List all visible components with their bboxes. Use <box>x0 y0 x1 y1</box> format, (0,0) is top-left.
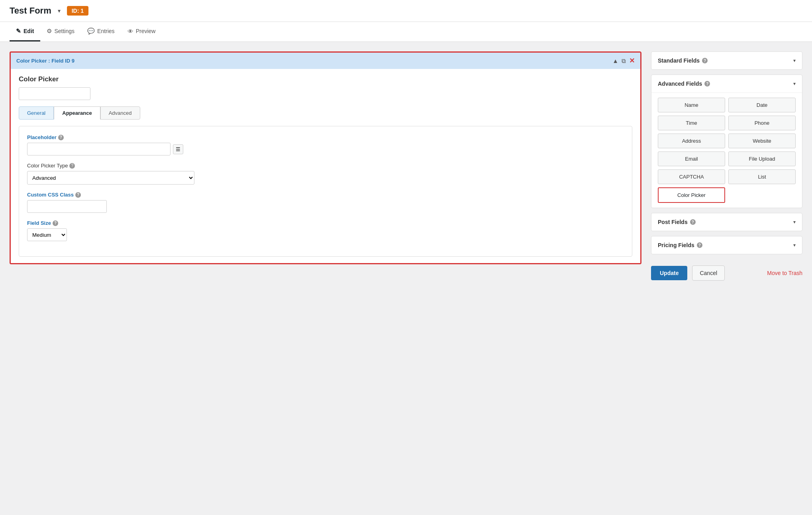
color-picker-type-group: Color Picker Type ? Advanced Simple <box>27 163 624 185</box>
field-size-label: Field Size ? <box>27 220 624 226</box>
advanced-fields-chevron: ▾ <box>793 81 796 86</box>
tab-advanced[interactable]: Advanced <box>100 106 140 120</box>
advanced-fields-title: Advanced Fields ? <box>658 81 710 87</box>
field-btn-address[interactable]: Address <box>658 134 725 148</box>
tab-edit-label: Edit <box>24 28 34 34</box>
field-btn-color-picker[interactable]: Color Picker <box>658 187 725 203</box>
form-id-badge: ID: 1 <box>67 6 88 16</box>
placeholder-input[interactable] <box>27 143 171 155</box>
pricing-fields-help-icon[interactable]: ? <box>697 242 702 248</box>
tab-general-label: General <box>27 110 45 116</box>
field-preview-input[interactable] <box>19 87 90 100</box>
advanced-fields-header[interactable]: Advanced Fields ? ▾ <box>651 75 802 93</box>
main-content: Color Picker : Field ID 9 ▲ ⧉ ✕ Color Pi… <box>0 42 812 509</box>
tab-entries[interactable]: 💬 Entries <box>81 22 121 41</box>
nav-tabs: ✎ Edit ⚙ Settings 💬 Entries 👁 Preview <box>0 22 812 42</box>
post-fields-chevron: ▾ <box>793 219 796 225</box>
tab-general[interactable]: General <box>19 106 54 120</box>
field-btn-date[interactable]: Date <box>728 98 796 112</box>
color-picker-type-help-icon[interactable]: ? <box>69 163 75 169</box>
field-card-header: Color Picker : Field ID 9 ▲ ⧉ ✕ <box>11 53 640 69</box>
placeholder-group: Placeholder ? ☰ <box>27 134 624 155</box>
tab-entries-label: Entries <box>97 28 115 34</box>
field-btn-phone[interactable]: Phone <box>728 116 796 130</box>
css-class-group: Custom CSS Class ? <box>27 192 624 213</box>
tab-settings-label: Settings <box>54 28 75 34</box>
appearance-panel: Placeholder ? ☰ Color Picker Type ? <box>19 126 632 257</box>
css-class-input[interactable] <box>27 200 107 213</box>
duplicate-icon[interactable]: ⧉ <box>622 57 626 65</box>
post-fields-header[interactable]: Post Fields ? ▾ <box>651 213 802 231</box>
editor-area: Color Picker : Field ID 9 ▲ ⧉ ✕ Color Pi… <box>10 51 641 499</box>
advanced-fields-grid: Name Date Time Phone Address Website Ema… <box>651 93 802 208</box>
close-icon[interactable]: ✕ <box>629 57 635 65</box>
field-btn-captcha[interactable]: CAPTCHA <box>658 169 725 184</box>
entries-icon: 💬 <box>87 28 95 35</box>
field-btn-email[interactable]: Email <box>658 151 725 166</box>
tab-preview[interactable]: 👁 Preview <box>121 22 162 41</box>
collapse-icon[interactable]: ▲ <box>612 57 618 64</box>
standard-fields-chevron: ▾ <box>793 58 796 63</box>
field-card-title: Color Picker : Field ID 9 <box>16 58 75 64</box>
merge-tags-button[interactable]: ☰ <box>173 144 183 154</box>
field-card: Color Picker : Field ID 9 ▲ ⧉ ✕ Color Pi… <box>10 51 641 264</box>
tab-appearance-label: Appearance <box>62 110 92 116</box>
tab-appearance[interactable]: Appearance <box>54 106 100 120</box>
color-picker-type-label: Color Picker Type ? <box>27 163 624 169</box>
post-fields-help-icon[interactable]: ? <box>690 219 696 225</box>
field-size-select[interactable]: Small Medium Large <box>27 228 67 241</box>
move-to-trash-button[interactable]: Move to Trash <box>767 270 802 276</box>
field-card-body: Color Picker General Appearance Advanced <box>11 69 640 263</box>
placeholder-help-icon[interactable]: ? <box>58 135 64 140</box>
field-size-help-icon[interactable]: ? <box>53 220 58 226</box>
section-advanced-fields: Advanced Fields ? ▾ Name Date Time Phone… <box>651 75 802 208</box>
section-standard-fields: Standard Fields ? ▾ <box>651 51 802 70</box>
field-card-actions: ▲ ⧉ ✕ <box>612 57 635 65</box>
standard-fields-help-icon[interactable]: ? <box>702 58 708 63</box>
field-tabs: General Appearance Advanced <box>19 106 632 120</box>
tab-advanced-label: Advanced <box>109 110 132 116</box>
placeholder-row: ☰ <box>27 143 624 155</box>
field-label: Color Picker <box>19 75 632 83</box>
field-size-group: Field Size ? Small Medium Large <box>27 220 624 241</box>
preview-icon: 👁 <box>127 28 133 35</box>
field-btn-file-upload[interactable]: File Upload <box>728 151 796 166</box>
pricing-fields-header[interactable]: Pricing Fields ? ▾ <box>651 236 802 254</box>
standard-fields-header[interactable]: Standard Fields ? ▾ <box>651 52 802 69</box>
settings-icon: ⚙ <box>47 28 52 35</box>
field-btn-list[interactable]: List <box>728 169 796 184</box>
tab-preview-label: Preview <box>136 28 156 34</box>
css-class-help-icon[interactable]: ? <box>75 192 81 198</box>
form-title-chevron[interactable]: ▾ <box>58 8 61 14</box>
standard-fields-title: Standard Fields ? <box>658 57 708 64</box>
placeholder-label: Placeholder ? <box>27 134 624 140</box>
right-sidebar: Standard Fields ? ▾ Advanced Fields ? ▾ … <box>651 51 802 499</box>
update-button[interactable]: Update <box>651 266 687 280</box>
post-fields-title: Post Fields ? <box>658 219 696 225</box>
pricing-fields-chevron: ▾ <box>793 242 796 248</box>
cancel-button[interactable]: Cancel <box>692 265 725 281</box>
field-btn-name[interactable]: Name <box>658 98 725 112</box>
tab-settings[interactable]: ⚙ Settings <box>40 22 81 41</box>
color-picker-type-select[interactable]: Advanced Simple <box>27 171 194 185</box>
pricing-fields-title: Pricing Fields ? <box>658 242 702 248</box>
tab-edit[interactable]: ✎ Edit <box>10 22 40 41</box>
top-bar: Test Form ▾ ID: 1 <box>0 0 812 22</box>
form-title: Test Form <box>10 6 51 16</box>
section-pricing-fields: Pricing Fields ? ▾ <box>651 236 802 254</box>
section-post-fields: Post Fields ? ▾ <box>651 213 802 231</box>
field-btn-time[interactable]: Time <box>658 116 725 130</box>
css-class-label: Custom CSS Class ? <box>27 192 624 198</box>
sidebar-footer: Update Cancel Move to Trash <box>651 259 802 287</box>
edit-icon: ✎ <box>16 28 21 35</box>
advanced-fields-help-icon[interactable]: ? <box>704 81 710 86</box>
field-btn-website[interactable]: Website <box>728 134 796 148</box>
